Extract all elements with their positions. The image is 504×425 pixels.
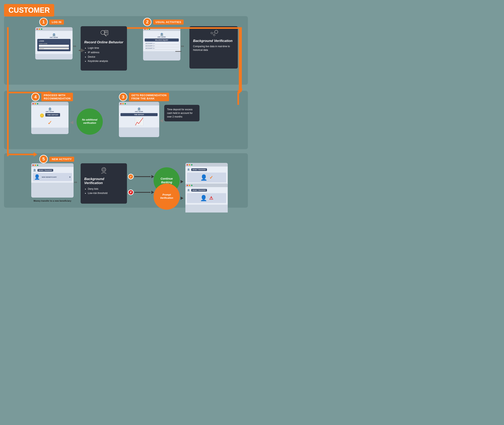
x-circle: ✗: [128, 190, 134, 195]
coin-icon-td4: 🪙: [40, 113, 44, 118]
arrow-prompt: ✗: [128, 190, 154, 195]
record-icon: [84, 29, 123, 38]
dot-green-td4: [37, 103, 38, 104]
record-item-1: IP address: [88, 50, 123, 55]
td4-header: TIME DEPOSIT: [45, 113, 60, 117]
step4-badge: 4 PROCEED WITHRECOMMENDATION: [31, 93, 73, 101]
mt-continue-header: MONEY TRANSFER: [191, 168, 207, 171]
dot-green-mt: [37, 165, 38, 166]
dot-red-td4: [33, 103, 34, 104]
password-input[interactable]: ••••••••: [39, 47, 69, 49]
bank-icon-td3: 🏦: [137, 107, 141, 111]
record-title: Record Online Behavior: [84, 40, 123, 44]
checkmark-td4: ✓: [33, 119, 67, 126]
time-deposit-desc-text: Time deposit for excess cash held in acc…: [167, 108, 193, 118]
mt-prompt-header: MONEY TRANSFER: [191, 189, 207, 192]
dot-yellow-login: [39, 28, 40, 30]
time-deposit-desc-box: Time deposit for excess cash held in acc…: [164, 105, 199, 121]
background-verification-box-1: Background Verification Comparing live d…: [190, 26, 238, 69]
login-browser: 🏦 ABC BANK LOGIN USER NAME ••••••••: [35, 27, 72, 60]
step5-badge: 5 NEW ACTIVITY: [39, 155, 74, 163]
bank-logo-login: 🏦 ABC BANK: [37, 33, 71, 38]
browser-titlebar-mt-prompt: [185, 183, 228, 187]
no-additional-verification-badge: No additional verification: [77, 108, 103, 135]
step4-circle: 4: [31, 93, 40, 101]
browser-titlebar-td3: [119, 102, 159, 106]
step3-badge: 3 GETS RECOMMENDATIONFROM THE BANK: [119, 93, 169, 101]
step5-label: NEW ACTIVITY: [49, 157, 74, 162]
step5-circle: 5: [39, 155, 48, 163]
bank-name-td3: ABC BANK: [135, 111, 143, 112]
beneficiary-icon: 👤: [34, 174, 40, 180]
login-section: LOGIN USER NAME ••••••••: [37, 39, 71, 51]
step2-circle: 2: [143, 18, 151, 26]
td3-header: TIME DEPOSIT: [120, 113, 157, 116]
svg-point-40: [103, 169, 105, 171]
orange-left-vertical: [7, 92, 9, 155]
svg-point-33: [215, 30, 218, 33]
money-transfer-browser-prompt: 🏦 MONEY TRANSFER 👤 ⚠: [185, 183, 228, 212]
dot-green-mtp: [191, 185, 192, 186]
step1-label: LOG IN: [49, 20, 64, 25]
step1-badge: 1 LOG IN: [39, 18, 64, 26]
orange-right-vertical: [239, 27, 240, 92]
bank-icon-mt: 🏦: [33, 169, 36, 172]
orange-arrow-down-1: [237, 90, 242, 94]
time-deposit-browser-3: 🏦 ABC BANK TIME DEPOSIT 📈: [119, 102, 159, 137]
money-transfer-caption: Money transfer to a new beneficiary: [29, 199, 76, 202]
bank-name-td4: ABC BANK: [46, 111, 54, 112]
background-icon-1: [193, 29, 234, 37]
svg-point-35: [213, 34, 215, 36]
record-online-behavior-box: Record Online Behavior Login time IP add…: [81, 26, 127, 71]
dot-yellow-mtc: [189, 164, 190, 166]
dot-yellow-mtp: [189, 185, 190, 186]
bank-logo-td3: 🏦 ABC BANK: [120, 107, 157, 112]
svg-line-36: [212, 32, 215, 33]
arrow-line-prompt: [134, 192, 151, 193]
diagram-container: CUSTOMER: [0, 0, 252, 212]
add-icon: +: [69, 175, 71, 179]
record-items-list: Login time IP address Device Keystroke a…: [84, 46, 123, 63]
dot-red-mt: [33, 165, 34, 166]
record-item-0: Login time: [88, 46, 123, 50]
dot-yellow-td3: [122, 103, 124, 104]
mt-prompt-content: 🏦 MONEY TRANSFER 👤 ⚠: [185, 187, 228, 205]
arrow-to-continue-browser: [181, 180, 183, 183]
orange-top-horizontal: [127, 27, 240, 29]
time-deposit-browser-4: 🏦 ABC BANK 🪙 TIME DEPOSIT ✓: [31, 102, 69, 134]
balance-browser-content: 🏦 ABC BANK BALANCE INQUIRY ACCOUNT 1 > A…: [143, 31, 180, 51]
arrowhead-left-td3: [160, 119, 163, 123]
step2-badge: 2 USUAL ACTIVITIES: [143, 18, 183, 26]
dot-red-td3: [120, 103, 122, 104]
arrow-td3-to-box: [160, 119, 163, 123]
arrow-left-no-verify: [70, 121, 73, 124]
balance-inquiry-header: BALANCE INQUIRY: [145, 39, 179, 41]
login-browser-content: 🏦 ABC BANK LOGIN USER NAME ••••••••: [35, 31, 72, 54]
arrowhead-to-prompt: [181, 197, 183, 200]
bank-icon-td4: 🏦: [48, 107, 52, 111]
check-circle: ✓: [128, 174, 134, 179]
person-icon-warning: 👤: [200, 195, 207, 201]
bank-icon-mtp: 🏦: [187, 189, 190, 192]
svg-point-34: [211, 32, 212, 34]
svg-line-38: [212, 34, 213, 35]
dot-green-mtc: [191, 164, 192, 166]
arrow-to-prompt-browser: [181, 197, 183, 200]
dot-yellow-td4: [35, 103, 36, 104]
arrow-line-continue: [134, 176, 151, 177]
step2-label: USUAL ACTIVITIES: [153, 20, 183, 25]
browser-titlebar-mt-main: [31, 163, 73, 167]
growth-icon-td3: 📈: [120, 117, 157, 126]
money-transfer-browser-main: 🏦 MONEY TRANSFER 👤 NEW BENEFICIARY +: [31, 163, 73, 198]
dot-yellow-mt: [35, 165, 36, 166]
svg-point-39: [102, 167, 106, 172]
login-header-text: LOGIN: [39, 40, 69, 42]
dot-green-td3: [124, 103, 126, 104]
dot-red-login: [36, 28, 38, 30]
balance-browser: 🏦 ABC BANK BALANCE INQUIRY ACCOUNT 1 > A…: [143, 27, 180, 60]
check-approved: ✓: [209, 175, 213, 180]
username-input[interactable]: [39, 45, 69, 47]
background-item-2-0: Deny lists: [88, 187, 123, 191]
mt-header: MONEY TRANSFER: [38, 169, 53, 172]
background-desc-1: Comparing live data in real-time to hist…: [193, 45, 234, 52]
